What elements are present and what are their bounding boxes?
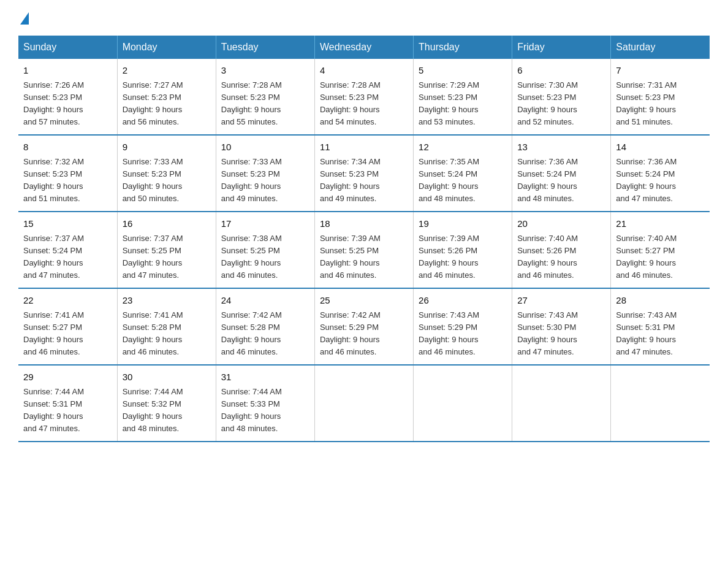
day-cell: 19 Sunrise: 7:39 AM Sunset: 5:26 PM Dayl…	[414, 212, 512, 288]
day-info: Sunrise: 7:30 AM Sunset: 5:23 PM Dayligh…	[517, 79, 605, 129]
header-tuesday: Tuesday	[216, 36, 314, 59]
day-number: 27	[517, 294, 605, 308]
day-cell: 27 Sunrise: 7:43 AM Sunset: 5:30 PM Dayl…	[512, 288, 611, 365]
day-info: Sunrise: 7:40 AM Sunset: 5:26 PM Dayligh…	[517, 232, 605, 282]
day-info: Sunrise: 7:44 AM Sunset: 5:31 PM Dayligh…	[23, 386, 112, 435]
day-cell: 23 Sunrise: 7:41 AM Sunset: 5:28 PM Dayl…	[117, 288, 216, 365]
day-number: 17	[221, 217, 309, 231]
calendar-header: SundayMondayTuesdayWednesdayThursdayFrid…	[18, 36, 710, 59]
day-number: 2	[123, 64, 211, 78]
day-cell: 22 Sunrise: 7:41 AM Sunset: 5:27 PM Dayl…	[18, 288, 117, 365]
page-header	[18, 12, 710, 23]
day-info: Sunrise: 7:40 AM Sunset: 5:27 PM Dayligh…	[616, 232, 705, 282]
day-cell: 17 Sunrise: 7:38 AM Sunset: 5:25 PM Dayl…	[216, 212, 314, 288]
day-number: 22	[23, 294, 112, 308]
day-cell	[414, 365, 512, 442]
day-number: 6	[517, 64, 605, 78]
day-info: Sunrise: 7:36 AM Sunset: 5:24 PM Dayligh…	[517, 156, 605, 205]
day-cell: 25 Sunrise: 7:42 AM Sunset: 5:29 PM Dayl…	[314, 288, 413, 365]
day-info: Sunrise: 7:29 AM Sunset: 5:23 PM Dayligh…	[419, 79, 507, 129]
day-cell: 4 Sunrise: 7:28 AM Sunset: 5:23 PM Dayli…	[314, 59, 413, 135]
day-cell	[314, 365, 413, 442]
day-number: 23	[123, 294, 211, 308]
day-number: 25	[320, 294, 408, 308]
day-cell: 11 Sunrise: 7:34 AM Sunset: 5:23 PM Dayl…	[314, 135, 413, 212]
day-info: Sunrise: 7:39 AM Sunset: 5:25 PM Dayligh…	[320, 232, 408, 282]
day-info: Sunrise: 7:39 AM Sunset: 5:26 PM Dayligh…	[419, 232, 507, 282]
day-number: 11	[320, 140, 408, 155]
day-cell: 1 Sunrise: 7:26 AM Sunset: 5:23 PM Dayli…	[18, 59, 117, 135]
day-number: 29	[23, 370, 112, 385]
week-row-1: 1 Sunrise: 7:26 AM Sunset: 5:23 PM Dayli…	[18, 59, 710, 135]
header-monday: Monday	[117, 36, 216, 59]
week-row-2: 8 Sunrise: 7:32 AM Sunset: 5:23 PM Dayli…	[18, 135, 710, 212]
header-friday: Friday	[512, 36, 611, 59]
day-cell: 18 Sunrise: 7:39 AM Sunset: 5:25 PM Dayl…	[314, 212, 413, 288]
day-number: 15	[23, 217, 112, 231]
logo-triangle-icon	[20, 12, 29, 25]
day-number: 8	[23, 140, 112, 155]
day-number: 12	[419, 140, 507, 155]
day-cell: 14 Sunrise: 7:36 AM Sunset: 5:24 PM Dayl…	[611, 135, 710, 212]
day-number: 31	[221, 370, 309, 385]
day-cell: 26 Sunrise: 7:43 AM Sunset: 5:29 PM Dayl…	[414, 288, 512, 365]
day-info: Sunrise: 7:43 AM Sunset: 5:29 PM Dayligh…	[419, 309, 507, 359]
day-cell: 30 Sunrise: 7:44 AM Sunset: 5:32 PM Dayl…	[117, 365, 216, 442]
header-saturday: Saturday	[611, 36, 710, 59]
day-info: Sunrise: 7:42 AM Sunset: 5:28 PM Dayligh…	[221, 309, 309, 359]
day-cell: 3 Sunrise: 7:28 AM Sunset: 5:23 PM Dayli…	[216, 59, 314, 135]
day-info: Sunrise: 7:43 AM Sunset: 5:31 PM Dayligh…	[616, 309, 705, 359]
day-info: Sunrise: 7:38 AM Sunset: 5:25 PM Dayligh…	[221, 232, 309, 282]
day-number: 3	[221, 64, 309, 78]
week-row-4: 22 Sunrise: 7:41 AM Sunset: 5:27 PM Dayl…	[18, 288, 710, 365]
day-cell: 16 Sunrise: 7:37 AM Sunset: 5:25 PM Dayl…	[117, 212, 216, 288]
day-info: Sunrise: 7:43 AM Sunset: 5:30 PM Dayligh…	[517, 309, 605, 359]
day-cell: 2 Sunrise: 7:27 AM Sunset: 5:23 PM Dayli…	[117, 59, 216, 135]
day-info: Sunrise: 7:42 AM Sunset: 5:29 PM Dayligh…	[320, 309, 408, 359]
day-info: Sunrise: 7:27 AM Sunset: 5:23 PM Dayligh…	[123, 79, 211, 129]
day-number: 24	[221, 294, 309, 308]
calendar-body: 1 Sunrise: 7:26 AM Sunset: 5:23 PM Dayli…	[18, 59, 710, 442]
header-wednesday: Wednesday	[314, 36, 413, 59]
day-cell: 13 Sunrise: 7:36 AM Sunset: 5:24 PM Dayl…	[512, 135, 611, 212]
day-info: Sunrise: 7:33 AM Sunset: 5:23 PM Dayligh…	[123, 156, 211, 205]
day-number: 9	[123, 140, 211, 155]
day-number: 14	[616, 140, 705, 155]
day-number: 10	[221, 140, 309, 155]
day-number: 16	[123, 217, 211, 231]
day-info: Sunrise: 7:44 AM Sunset: 5:33 PM Dayligh…	[221, 386, 309, 435]
day-number: 30	[123, 370, 211, 385]
header-row: SundayMondayTuesdayWednesdayThursdayFrid…	[18, 36, 710, 59]
day-cell: 29 Sunrise: 7:44 AM Sunset: 5:31 PM Dayl…	[18, 365, 117, 442]
header-sunday: Sunday	[18, 36, 117, 59]
calendar-table: SundayMondayTuesdayWednesdayThursdayFrid…	[18, 36, 710, 442]
day-number: 20	[517, 217, 605, 231]
day-cell	[611, 365, 710, 442]
day-cell: 7 Sunrise: 7:31 AM Sunset: 5:23 PM Dayli…	[611, 59, 710, 135]
day-cell: 28 Sunrise: 7:43 AM Sunset: 5:31 PM Dayl…	[611, 288, 710, 365]
day-number: 4	[320, 64, 408, 78]
day-info: Sunrise: 7:32 AM Sunset: 5:23 PM Dayligh…	[23, 156, 112, 205]
week-row-5: 29 Sunrise: 7:44 AM Sunset: 5:31 PM Dayl…	[18, 365, 710, 442]
day-cell: 20 Sunrise: 7:40 AM Sunset: 5:26 PM Dayl…	[512, 212, 611, 288]
day-number: 5	[419, 64, 507, 78]
day-cell: 9 Sunrise: 7:33 AM Sunset: 5:23 PM Dayli…	[117, 135, 216, 212]
day-info: Sunrise: 7:41 AM Sunset: 5:27 PM Dayligh…	[23, 309, 112, 359]
day-number: 18	[320, 217, 408, 231]
day-number: 19	[419, 217, 507, 231]
day-info: Sunrise: 7:35 AM Sunset: 5:24 PM Dayligh…	[419, 156, 507, 205]
day-cell: 5 Sunrise: 7:29 AM Sunset: 5:23 PM Dayli…	[414, 59, 512, 135]
day-number: 13	[517, 140, 605, 155]
day-cell: 12 Sunrise: 7:35 AM Sunset: 5:24 PM Dayl…	[414, 135, 512, 212]
day-number: 28	[616, 294, 705, 308]
day-info: Sunrise: 7:41 AM Sunset: 5:28 PM Dayligh…	[123, 309, 211, 359]
day-cell	[512, 365, 611, 442]
day-info: Sunrise: 7:37 AM Sunset: 5:25 PM Dayligh…	[123, 232, 211, 282]
day-info: Sunrise: 7:26 AM Sunset: 5:23 PM Dayligh…	[23, 79, 112, 129]
day-cell: 15 Sunrise: 7:37 AM Sunset: 5:24 PM Dayl…	[18, 212, 117, 288]
day-info: Sunrise: 7:34 AM Sunset: 5:23 PM Dayligh…	[320, 156, 408, 205]
logo	[18, 12, 29, 23]
day-cell: 31 Sunrise: 7:44 AM Sunset: 5:33 PM Dayl…	[216, 365, 314, 442]
week-row-3: 15 Sunrise: 7:37 AM Sunset: 5:24 PM Dayl…	[18, 212, 710, 288]
day-info: Sunrise: 7:37 AM Sunset: 5:24 PM Dayligh…	[23, 232, 112, 282]
